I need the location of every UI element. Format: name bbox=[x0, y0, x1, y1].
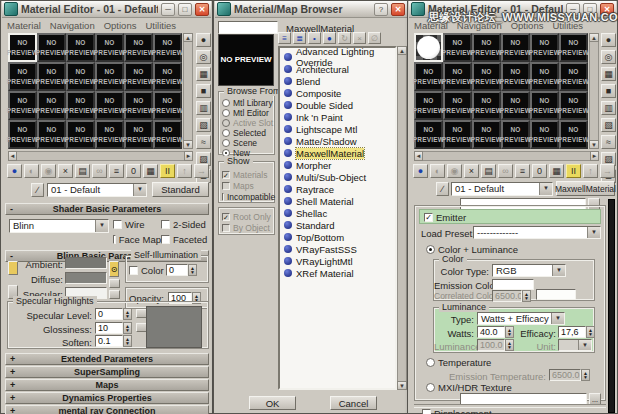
material-slot[interactable]: NO PREVIEW bbox=[443, 62, 472, 91]
material-list-item[interactable]: VRayFastSSS bbox=[280, 243, 395, 255]
go-forward-to-sibling-icon[interactable]: → bbox=[194, 164, 209, 178]
material-slot[interactable]: NO PREVIEW bbox=[559, 33, 588, 62]
maximize-button[interactable]: □ bbox=[178, 3, 192, 16]
material-slot[interactable]: NO PREVIEW bbox=[530, 91, 559, 120]
clear-material-library-icon[interactable]: ∅ bbox=[368, 32, 381, 44]
specular-level-spinner[interactable]: 0▲▼ bbox=[95, 308, 132, 320]
rollout-shader-basic-parameters[interactable]: -Shader Basic Parameters bbox=[5, 203, 209, 215]
temperature-radio[interactable]: Temperature bbox=[426, 357, 491, 368]
displacement-checkbox[interactable]: Displacement bbox=[422, 408, 492, 414]
material-slot[interactable]: NO PREVIEW bbox=[66, 120, 95, 149]
material-slot[interactable]: NO PREVIEW bbox=[124, 33, 153, 62]
chevron-down-icon[interactable]: ▼ bbox=[95, 220, 108, 232]
material-slot[interactable]: NO PREVIEW bbox=[559, 120, 588, 149]
material-slot[interactable]: NO PREVIEW bbox=[8, 62, 37, 91]
material-slot[interactable]: NO PREVIEW bbox=[153, 91, 182, 120]
view-list-with-icons-icon[interactable]: ≣ bbox=[293, 32, 306, 44]
material-slot[interactable]: NO PREVIEW bbox=[530, 120, 559, 149]
scroll-down-icon[interactable]: ▼ bbox=[397, 381, 407, 390]
material-slot[interactable]: NO PREVIEW bbox=[501, 91, 530, 120]
chevron-down-icon[interactable]: ▼ bbox=[539, 183, 552, 195]
unit-select[interactable]: ▼ bbox=[558, 339, 592, 351]
material-list-item[interactable]: Raytrace bbox=[280, 183, 395, 195]
diffuse-color-swatch[interactable] bbox=[65, 272, 107, 284]
emission-color-swatch[interactable] bbox=[492, 279, 534, 290]
material-slot[interactable]: NO PREVIEW bbox=[66, 33, 95, 62]
backlight-icon[interactable]: ◎ bbox=[196, 50, 211, 64]
rollout-dynamics-properties[interactable]: +Dynamics Properties bbox=[5, 392, 209, 404]
material-slot[interactable] bbox=[414, 33, 443, 62]
menu-material[interactable]: Material bbox=[7, 20, 41, 31]
mxi-hdr-texture-radio[interactable]: MXI/HDR Texture bbox=[426, 382, 512, 393]
spinner-arrows-icon[interactable]: ▲▼ bbox=[505, 339, 514, 351]
material-list-item[interactable]: Ink 'n Paint bbox=[280, 111, 395, 123]
options-icon[interactable]: ≈ bbox=[196, 135, 211, 149]
material-slot[interactable]: NO PREVIEW bbox=[37, 91, 66, 120]
go-to-parent-icon[interactable]: ↑ bbox=[177, 164, 192, 178]
mtl-editor-radio[interactable]: Mtl Editor bbox=[222, 108, 274, 118]
ambient-diffuse-lock-icon[interactable]: ⊙ bbox=[109, 261, 119, 277]
rollout-mental-ray-connection[interactable]: +mental ray Connection bbox=[5, 405, 209, 414]
luminance-type-select[interactable]: Watts + Efficacy▼ bbox=[477, 312, 565, 325]
menu-utilities[interactable]: Utilities bbox=[145, 20, 176, 31]
material-list-item[interactable]: Advanced Lighting Override bbox=[280, 51, 395, 63]
pick-material-eyedropper-icon[interactable]: ∕ bbox=[31, 183, 44, 197]
put-to-library-icon[interactable]: ≡ bbox=[109, 164, 124, 178]
selected-radio[interactable]: Selected bbox=[222, 128, 274, 138]
put-material-to-scene-icon[interactable]: ◐ bbox=[24, 164, 39, 178]
go-to-parent-icon[interactable]: ↑ bbox=[583, 164, 598, 178]
material-slot[interactable]: NO PREVIEW bbox=[37, 120, 66, 149]
emitter-checkbox[interactable]: Emitter bbox=[424, 212, 466, 223]
material-list-item[interactable]: Composite bbox=[280, 87, 395, 99]
materials-checkbox[interactable]: Materials bbox=[222, 169, 274, 180]
mtl-library-radio[interactable]: Mtl Library bbox=[222, 98, 274, 108]
material-slot[interactable]: NO PREVIEW bbox=[559, 91, 588, 120]
view-list-icon[interactable]: ≡ bbox=[278, 32, 291, 44]
maps-checkbox[interactable]: Maps bbox=[222, 180, 274, 191]
assign-material-to-selection-icon[interactable]: ◉ bbox=[41, 164, 56, 178]
sample-type-icon[interactable]: ● bbox=[601, 33, 616, 47]
active-slot-radio[interactable]: Active Slot bbox=[222, 118, 274, 128]
material-name-select[interactable]: 01 - Default▼ bbox=[451, 182, 553, 196]
list-scrollbar[interactable] bbox=[397, 46, 407, 390]
scroll-right-icon[interactable]: ► bbox=[590, 151, 599, 161]
rollout-maps[interactable]: +Maps bbox=[5, 379, 209, 391]
wire-checkbox[interactable]: Wire bbox=[113, 217, 161, 231]
material-slot[interactable]: NO PREVIEW bbox=[124, 91, 153, 120]
help-button[interactable]: ? bbox=[374, 3, 388, 16]
material-slot[interactable]: NO PREVIEW bbox=[8, 91, 37, 120]
material-list-item-selected[interactable]: MaxwellMaterial bbox=[280, 147, 395, 159]
material-list-item[interactable]: Standard bbox=[280, 219, 395, 231]
make-preview-icon[interactable]: ▧ bbox=[601, 118, 616, 132]
spinner-arrows-icon[interactable]: ▲▼ bbox=[123, 322, 132, 334]
shader-select[interactable]: Blinn▼ bbox=[9, 219, 109, 233]
close-button[interactable]: ✕ bbox=[195, 3, 209, 16]
view-small-icons-icon[interactable]: • bbox=[308, 32, 321, 44]
material-slot[interactable]: NO PREVIEW bbox=[414, 62, 443, 91]
make-unique-icon[interactable]: ∞ bbox=[498, 164, 513, 178]
watts-spinner[interactable]: 40.0▲▼ bbox=[477, 326, 514, 338]
soften-spinner[interactable]: 0.1▲▼ bbox=[95, 335, 132, 347]
options-icon[interactable]: ≈ bbox=[601, 135, 616, 149]
left-editor-titlebar[interactable]: Material Editor - 01 - Default ─ □ ✕ bbox=[2, 1, 211, 18]
material-effects-channel-icon[interactable]: 0 bbox=[532, 164, 547, 178]
material-slot[interactable]: NO PREVIEW bbox=[472, 62, 501, 91]
material-list-item[interactable]: VRayLightMtl bbox=[280, 255, 395, 267]
material-slot[interactable]: NO PREVIEW bbox=[153, 120, 182, 149]
material-list-item[interactable]: XRef Material bbox=[280, 267, 395, 279]
material-list-item[interactable]: Lightscape Mtl bbox=[280, 123, 395, 135]
material-list-item[interactable]: Multi/Sub-Object bbox=[280, 171, 395, 183]
material-slot[interactable]: NO PREVIEW bbox=[124, 120, 153, 149]
material-slot[interactable]: NO PREVIEW bbox=[559, 62, 588, 91]
glossiness-spinner[interactable]: 10▲▼ bbox=[95, 322, 132, 334]
spinner-arrows-icon[interactable]: ▲▼ bbox=[581, 369, 590, 381]
chevron-down-icon[interactable]: ▼ bbox=[133, 184, 146, 196]
spinner-arrows-icon[interactable]: ▲▼ bbox=[586, 326, 595, 338]
get-material-icon[interactable]: ● bbox=[7, 164, 22, 178]
spinner-arrows-icon[interactable]: ▲▼ bbox=[123, 308, 132, 320]
menu-options[interactable]: Options bbox=[104, 20, 137, 31]
two-sided-checkbox[interactable]: 2-Sided bbox=[161, 217, 209, 231]
material-slot[interactable]: NO PREVIEW bbox=[472, 91, 501, 120]
material-slot[interactable]: NO PREVIEW bbox=[8, 33, 37, 62]
diffuse-map-button[interactable] bbox=[109, 279, 120, 288]
